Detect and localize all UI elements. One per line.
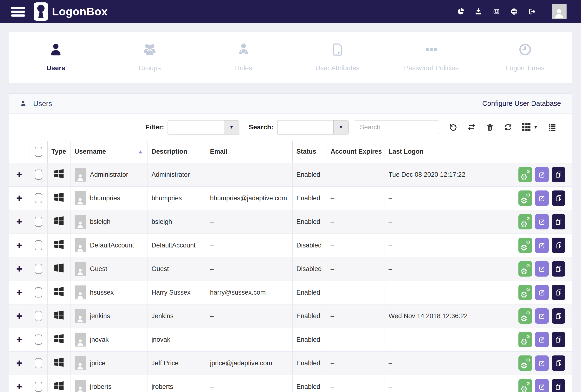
copy-user-button[interactable] xyxy=(552,285,565,300)
user-settings-button[interactable]: ⚙⚙ xyxy=(518,379,532,392)
search-input[interactable] xyxy=(355,120,439,134)
row-checkbox[interactable] xyxy=(35,287,42,298)
description-text: Guest xyxy=(148,257,206,281)
edit-user-button[interactable] xyxy=(535,332,549,347)
grid-view-button[interactable]: ▼ xyxy=(522,123,538,131)
expand-row-button[interactable]: ✚ xyxy=(16,194,22,202)
expand-row-button[interactable]: ✚ xyxy=(16,265,22,273)
row-checkbox[interactable] xyxy=(35,311,42,321)
tab-user-attributes[interactable]: User Attributes xyxy=(290,31,384,83)
row-checkbox[interactable] xyxy=(35,335,42,345)
col-select xyxy=(30,141,48,163)
news-icon[interactable] xyxy=(492,8,500,15)
expand-row-button[interactable]: ✚ xyxy=(16,218,22,226)
row-checkbox[interactable] xyxy=(35,193,42,203)
edit-user-button[interactable] xyxy=(535,214,549,229)
edit-user-button[interactable] xyxy=(535,285,549,300)
expand-row-button[interactable]: ✚ xyxy=(16,383,22,391)
select-all-checkbox[interactable] xyxy=(35,147,42,157)
pie-chart-icon[interactable] xyxy=(457,8,464,15)
expand-row-button[interactable]: ✚ xyxy=(16,359,22,367)
col-type[interactable]: Type xyxy=(48,141,70,163)
row-checkbox[interactable] xyxy=(35,240,42,250)
configure-user-database-link[interactable]: Configure User Database xyxy=(482,100,561,107)
tab-logon-times[interactable]: Logon Times xyxy=(478,31,572,83)
expand-row-button[interactable]: ✚ xyxy=(16,289,22,297)
user-settings-button[interactable]: ⚙⚙ xyxy=(518,238,532,253)
row-checkbox[interactable] xyxy=(35,170,42,180)
row-checkbox[interactable] xyxy=(35,382,42,392)
copy-icon xyxy=(555,265,562,273)
signout-icon[interactable] xyxy=(528,8,536,15)
edit-user-button[interactable] xyxy=(535,238,549,253)
menu-icon[interactable] xyxy=(11,5,25,18)
edit-user-button[interactable] xyxy=(535,167,549,182)
username-text: jnovak xyxy=(90,336,109,344)
brand-logo[interactable]: LogonBox xyxy=(34,2,108,21)
user-settings-button[interactable]: ⚙⚙ xyxy=(518,214,532,229)
copy-user-button[interactable] xyxy=(552,356,565,371)
user-settings-button[interactable]: ⚙⚙ xyxy=(518,167,532,182)
list-view-button[interactable] xyxy=(548,123,556,131)
user-settings-button[interactable]: ⚙⚙ xyxy=(518,332,532,347)
copy-user-button[interactable] xyxy=(552,332,565,347)
status-text: Enabled xyxy=(292,281,326,304)
user-settings-button[interactable]: ⚙⚙ xyxy=(518,308,532,324)
refresh-button[interactable] xyxy=(504,123,512,131)
tab-password-policies[interactable]: Password Policies xyxy=(384,31,478,83)
user-settings-button[interactable]: ⚙⚙ xyxy=(518,190,532,206)
col-email[interactable]: Email xyxy=(206,141,292,163)
caret-down-icon: ▼ xyxy=(224,120,239,134)
copy-user-button[interactable] xyxy=(552,238,565,253)
delete-button[interactable] xyxy=(486,123,494,131)
clock-icon xyxy=(518,42,532,56)
edit-user-button[interactable] xyxy=(535,308,549,324)
copy-user-button[interactable] xyxy=(552,308,565,324)
user-settings-button[interactable]: ⚙⚙ xyxy=(518,261,532,277)
col-username[interactable]: Username ▲ xyxy=(70,141,148,163)
row-checkbox[interactable] xyxy=(35,264,42,274)
search-column-select[interactable]: ▼ xyxy=(277,120,348,134)
col-status[interactable]: Status xyxy=(292,141,326,163)
col-last-logon[interactable]: Last Logon xyxy=(384,141,475,163)
expand-row-button[interactable]: ✚ xyxy=(16,171,22,179)
col-account-expires[interactable]: Account Expires xyxy=(326,141,384,163)
avatar xyxy=(74,380,86,392)
copy-user-button[interactable] xyxy=(552,167,565,182)
row-checkbox[interactable] xyxy=(35,217,42,227)
account-expires-text: – xyxy=(326,328,384,351)
copy-user-button[interactable] xyxy=(552,214,565,229)
last-logon-text: – xyxy=(384,257,475,281)
copy-user-button[interactable] xyxy=(552,379,565,392)
tab-users[interactable]: Users xyxy=(9,31,103,83)
tab-groups[interactable]: Groups xyxy=(103,31,197,83)
expand-row-button[interactable]: ✚ xyxy=(16,241,22,249)
status-text: Disabled xyxy=(292,234,326,257)
edit-user-button[interactable] xyxy=(535,379,549,392)
copy-user-button[interactable] xyxy=(552,190,565,206)
transfer-button[interactable] xyxy=(468,123,476,131)
tab-roles[interactable]: Roles xyxy=(197,31,290,83)
brand-name: LogonBox xyxy=(52,5,108,18)
expand-row-button[interactable]: ✚ xyxy=(16,336,22,344)
avatar xyxy=(74,286,86,299)
undo-button[interactable] xyxy=(449,123,457,131)
copy-user-button[interactable] xyxy=(552,261,565,277)
status-text: Enabled xyxy=(292,163,326,186)
expand-row-button[interactable]: ✚ xyxy=(16,312,22,320)
edit-user-button[interactable] xyxy=(535,356,549,371)
status-text: Enabled xyxy=(292,210,326,234)
filter-select[interactable]: ▼ xyxy=(168,120,239,134)
user-avatar[interactable] xyxy=(552,4,566,19)
avatar xyxy=(74,309,86,323)
globe-icon[interactable] xyxy=(510,8,518,15)
edit-user-button[interactable] xyxy=(535,261,549,277)
edit-icon xyxy=(538,383,546,390)
row-checkbox[interactable] xyxy=(35,358,42,368)
user-settings-button[interactable]: ⚙⚙ xyxy=(518,285,532,300)
user-settings-button[interactable]: ⚙⚙ xyxy=(518,356,532,371)
email-text: – xyxy=(206,234,292,257)
edit-user-button[interactable] xyxy=(535,190,549,206)
col-description[interactable]: Description xyxy=(148,141,206,163)
download-icon[interactable] xyxy=(474,8,482,15)
